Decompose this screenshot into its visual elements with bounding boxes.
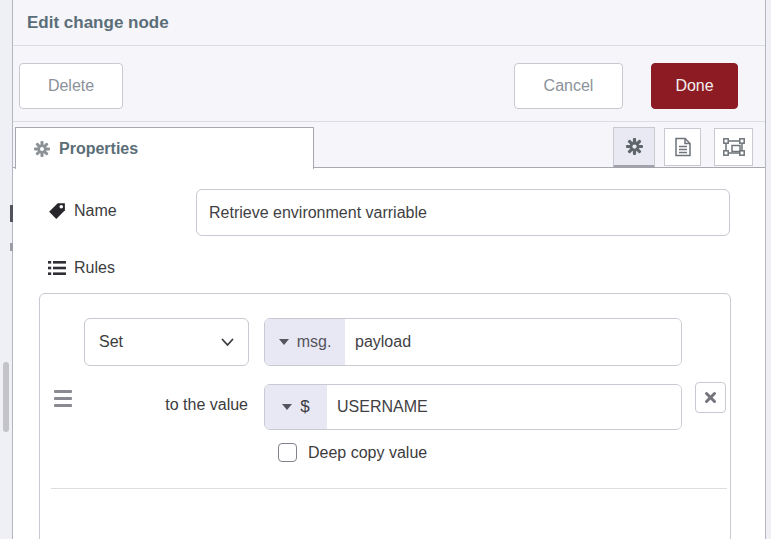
rule-property-input[interactable] — [345, 319, 681, 365]
tab-properties-label: Properties — [59, 140, 138, 158]
delete-button[interactable]: Delete — [19, 63, 123, 109]
cancel-button[interactable]: Cancel — [514, 63, 623, 109]
rule-action-select[interactable]: Set — [84, 318, 249, 366]
tray-right-strip — [765, 0, 771, 539]
appearance-tab-button[interactable] — [714, 128, 753, 166]
rule-value-input[interactable] — [327, 385, 681, 429]
properties-form: Name Rules Set — [13, 168, 765, 539]
rule-property-typedinput: msg. — [264, 318, 682, 366]
tab-row: Properties — [13, 122, 765, 168]
rules-label-text: Rules — [74, 259, 115, 277]
workspace-scrollbar[interactable] — [3, 362, 9, 432]
property-type-button[interactable]: msg. — [265, 319, 345, 365]
remove-icon — [704, 391, 717, 404]
caret-down-icon — [282, 404, 292, 410]
tab-properties[interactable]: Properties — [15, 127, 314, 169]
name-input[interactable] — [196, 189, 730, 236]
rules-section-label: Rules — [48, 259, 115, 277]
description-tab-button[interactable] — [664, 128, 701, 166]
rule-divider — [51, 488, 727, 489]
rule-action-value: Set — [99, 333, 123, 351]
done-button[interactable]: Done — [651, 63, 738, 109]
dialog-header: Edit change node — [13, 0, 765, 46]
workspace-left-strip — [0, 0, 13, 539]
appearance-icon — [723, 138, 745, 156]
deep-copy-checkbox[interactable] — [278, 443, 297, 462]
property-type-label: msg. — [297, 333, 332, 351]
caret-down-icon — [279, 339, 289, 345]
rule-value-typedinput: $ — [264, 384, 682, 430]
dialog-button-row: Delete Cancel Done — [13, 46, 765, 122]
list-icon — [48, 260, 66, 276]
name-field-label: Name — [48, 202, 117, 220]
chevron-down-icon — [221, 338, 234, 347]
properties-tab-button[interactable] — [613, 127, 655, 168]
remove-rule-button[interactable] — [695, 382, 726, 413]
value-type-label: $ — [300, 397, 309, 417]
deep-copy-row: Deep copy value — [278, 443, 427, 462]
value-type-button[interactable]: $ — [265, 385, 327, 429]
tag-icon — [48, 202, 66, 220]
gear-icon — [34, 141, 50, 157]
rules-container: Set msg. to the value — [39, 293, 731, 539]
edit-change-node-dialog: Edit change node Delete Cancel Done — [13, 0, 765, 539]
dialog-title: Edit change node — [27, 13, 169, 33]
gear-icon — [626, 138, 643, 155]
to-the-value-label: to the value — [100, 396, 248, 414]
name-label-text: Name — [74, 202, 117, 220]
drag-handle-icon[interactable] — [54, 390, 72, 407]
document-icon — [674, 137, 692, 157]
deep-copy-label: Deep copy value — [308, 444, 427, 462]
